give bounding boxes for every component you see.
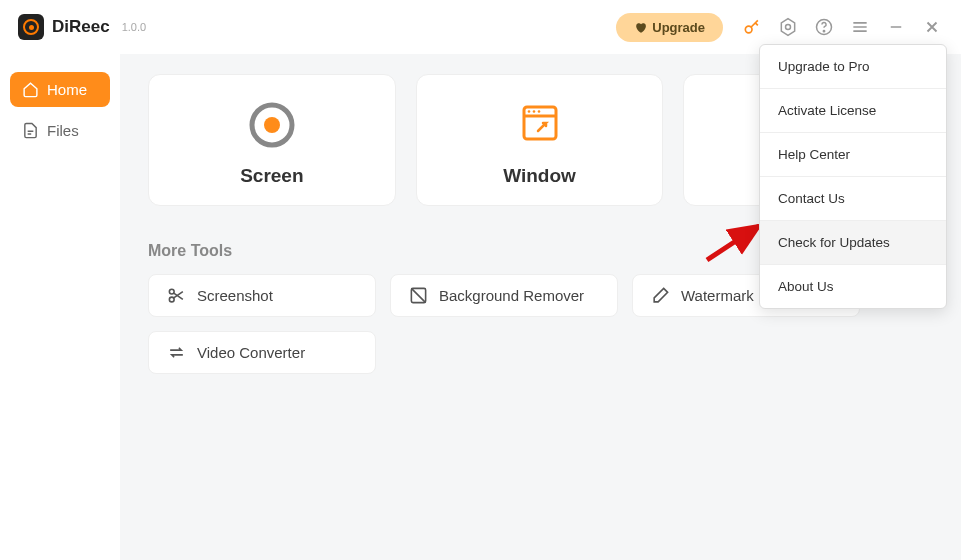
svg-marker-1 bbox=[781, 19, 794, 36]
files-icon bbox=[22, 122, 39, 139]
tool-screenshot[interactable]: Screenshot bbox=[148, 274, 376, 317]
menu-about-us[interactable]: About Us bbox=[760, 265, 946, 308]
tool-background-remover[interactable]: Background Remover bbox=[390, 274, 618, 317]
upgrade-label: Upgrade bbox=[652, 20, 705, 35]
sidebar: Home Files bbox=[0, 54, 120, 560]
tool-label: Background Remover bbox=[439, 287, 584, 304]
tool-video-converter[interactable]: Video Converter bbox=[148, 331, 376, 374]
sidebar-item-label: Files bbox=[47, 122, 79, 139]
upgrade-button[interactable]: Upgrade bbox=[616, 13, 723, 42]
app-logo-wrap: DiReec 1.0.0 bbox=[18, 14, 146, 40]
menu-upgrade-pro[interactable]: Upgrade to Pro bbox=[760, 45, 946, 89]
home-icon bbox=[22, 81, 39, 98]
heart-icon bbox=[634, 21, 647, 34]
scissors-icon bbox=[167, 286, 186, 305]
app-version: 1.0.0 bbox=[122, 21, 146, 33]
tool-label: Video Converter bbox=[197, 344, 305, 361]
menu-activate-license[interactable]: Activate License bbox=[760, 89, 946, 133]
mode-card-window[interactable]: Window bbox=[416, 74, 664, 206]
topbar-icons bbox=[741, 16, 943, 38]
hamburger-dropdown: Upgrade to Pro Activate License Help Cen… bbox=[759, 44, 947, 309]
window-icon bbox=[512, 97, 568, 153]
sidebar-item-home[interactable]: Home bbox=[10, 72, 110, 107]
bg-remove-icon bbox=[409, 286, 428, 305]
mode-card-label: Screen bbox=[240, 165, 303, 187]
svg-point-15 bbox=[169, 289, 174, 294]
svg-point-11 bbox=[537, 110, 540, 113]
mode-card-label: Window bbox=[503, 165, 576, 187]
svg-point-6 bbox=[264, 117, 280, 133]
svg-point-0 bbox=[745, 26, 752, 33]
svg-point-16 bbox=[169, 297, 174, 302]
help-icon[interactable] bbox=[813, 16, 835, 38]
svg-point-9 bbox=[527, 110, 530, 113]
minimize-icon[interactable] bbox=[885, 16, 907, 38]
svg-point-10 bbox=[532, 110, 535, 113]
key-icon[interactable] bbox=[741, 16, 763, 38]
screen-record-icon bbox=[244, 97, 300, 153]
menu-contact-us[interactable]: Contact Us bbox=[760, 177, 946, 221]
menu-check-updates[interactable]: Check for Updates bbox=[760, 221, 946, 265]
svg-point-2 bbox=[786, 25, 791, 30]
sidebar-item-files[interactable]: Files bbox=[10, 113, 110, 148]
app-logo-icon bbox=[18, 14, 44, 40]
eraser-icon bbox=[651, 286, 670, 305]
convert-icon bbox=[167, 343, 186, 362]
app-name: DiReec bbox=[52, 17, 110, 37]
menu-help-center[interactable]: Help Center bbox=[760, 133, 946, 177]
sidebar-item-label: Home bbox=[47, 81, 87, 98]
settings-icon[interactable] bbox=[777, 16, 799, 38]
svg-point-4 bbox=[823, 31, 824, 32]
close-icon[interactable] bbox=[921, 16, 943, 38]
menu-icon[interactable] bbox=[849, 16, 871, 38]
tool-label: Screenshot bbox=[197, 287, 273, 304]
mode-card-screen[interactable]: Screen bbox=[148, 74, 396, 206]
